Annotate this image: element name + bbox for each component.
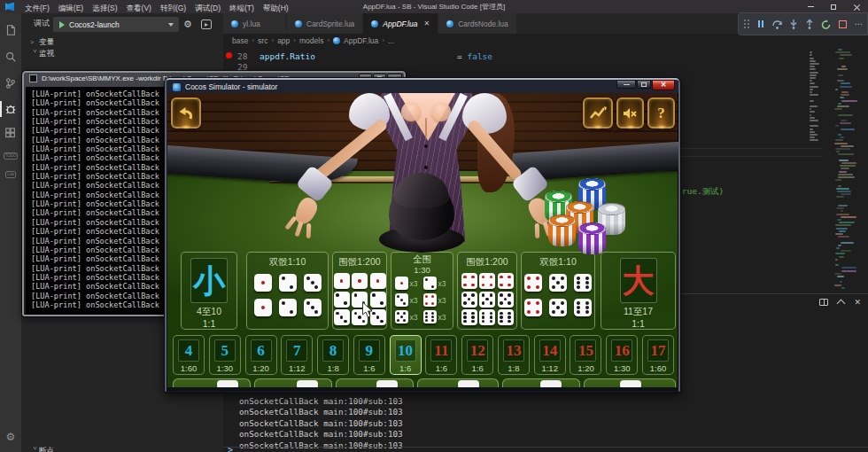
tab-close-icon[interactable]: ✕ bbox=[423, 19, 430, 27]
lua-ide-extension-icon[interactable]: Lua bbox=[4, 168, 18, 182]
bet-any-triple[interactable]: 全围1:30x3x3x3x3x3x3 bbox=[391, 252, 453, 330]
variables-section[interactable]: >变量 bbox=[21, 36, 223, 48]
window-close-button[interactable] bbox=[845, 0, 868, 13]
tab-AppDF.lua[interactable]: AppDF.lua✕ bbox=[363, 13, 438, 34]
bet-number-17[interactable]: 171:60 bbox=[642, 335, 674, 375]
menu-4[interactable]: 查看(V) bbox=[122, 4, 156, 12]
settings-gear-icon[interactable]: ⚙ bbox=[4, 430, 18, 444]
pause-button[interactable] bbox=[753, 15, 769, 33]
bet-triple-high[interactable]: 围骰1:200 bbox=[457, 252, 517, 330]
menu-5[interactable]: 转到(G) bbox=[156, 4, 190, 12]
breadcrumb-item[interactable]: AppDF.lua bbox=[344, 36, 378, 45]
search-icon[interactable] bbox=[4, 50, 18, 64]
bet-number-13[interactable]: 131:8 bbox=[498, 335, 530, 375]
bet-big[interactable]: 大11至171:1 bbox=[601, 252, 676, 330]
chip-stack-purple[interactable] bbox=[578, 222, 606, 260]
bet-small[interactable]: 小4至101:1 bbox=[181, 252, 237, 330]
bet-area-row3-3[interactable] bbox=[336, 378, 414, 387]
bet-area-row3-5[interactable] bbox=[502, 378, 580, 387]
bet-number-9[interactable]: 91:6 bbox=[353, 335, 385, 375]
bet-number-5[interactable]: 51:30 bbox=[209, 335, 241, 375]
vscode-logo-icon bbox=[5, 3, 14, 12]
stop-button[interactable] bbox=[834, 15, 850, 33]
step-into-button[interactable] bbox=[786, 15, 802, 33]
launch-config-dropdown[interactable]: Cocos2-launch bbox=[53, 17, 179, 32]
menu-6[interactable]: 调试(D) bbox=[190, 4, 225, 12]
restart-button[interactable] bbox=[818, 15, 834, 33]
bet-number-6[interactable]: 61:20 bbox=[245, 335, 277, 375]
bet-area-row3-1[interactable] bbox=[173, 378, 251, 387]
odds-label: 1:60 bbox=[643, 363, 673, 373]
toolbar-grip-icon[interactable] bbox=[744, 19, 749, 28]
source-control-icon[interactable] bbox=[4, 76, 18, 90]
bet-double-high[interactable]: 双骰1:10 bbox=[521, 252, 595, 330]
bet-number-7[interactable]: 71:12 bbox=[281, 335, 313, 375]
minimap-line bbox=[837, 68, 848, 70]
breadcrumb-item[interactable]: models bbox=[299, 36, 323, 45]
menu-8[interactable]: 帮助(H) bbox=[259, 4, 293, 12]
simulator-maximize-button[interactable] bbox=[637, 80, 651, 89]
back-button[interactable] bbox=[171, 97, 201, 129]
simulator-window[interactable]: Cocos Simulator - simulator ✕ bbox=[165, 78, 680, 393]
debug-console-prompt[interactable]: > bbox=[228, 445, 233, 452]
menu-2[interactable]: 编辑(E) bbox=[54, 4, 88, 12]
panel-layout-icon[interactable] bbox=[819, 299, 828, 306]
bet-triple-low[interactable]: 围骰1:200 bbox=[332, 252, 387, 330]
simulator-close-button[interactable]: ✕ bbox=[652, 80, 675, 90]
debug-icon[interactable] bbox=[4, 102, 18, 116]
help-button[interactable]: ? bbox=[647, 97, 675, 129]
step-over-button[interactable] bbox=[769, 15, 785, 33]
minimap-line bbox=[838, 176, 855, 178]
window-minimize-button[interactable] bbox=[799, 0, 822, 13]
breadcrumb[interactable]: base›src›app›models›AppDF.lua›... bbox=[223, 34, 868, 47]
editor-code-line-micro bbox=[810, 129, 813, 130]
minimap[interactable] bbox=[822, 49, 868, 293]
chip-stack-orange[interactable] bbox=[548, 214, 576, 252]
minimap-line bbox=[840, 165, 856, 167]
start-debug-icon[interactable] bbox=[59, 21, 65, 28]
panel-close-icon[interactable]: ✕ bbox=[854, 298, 861, 307]
minimap-line bbox=[836, 247, 840, 249]
bet-area-row3-6[interactable] bbox=[584, 378, 676, 387]
bet-number-14[interactable]: 141:12 bbox=[534, 335, 566, 375]
mute-button[interactable] bbox=[616, 97, 644, 129]
breadcrumb-item[interactable]: app bbox=[277, 36, 290, 45]
breakpoints-section[interactable]: >断点 bbox=[21, 445, 223, 452]
minimap-line bbox=[839, 256, 844, 258]
bet-number-8[interactable]: 81:8 bbox=[317, 335, 349, 375]
menu-1[interactable]: 文件(F) bbox=[20, 4, 54, 12]
step-out-button[interactable] bbox=[802, 15, 818, 33]
bet-number-10[interactable]: 101:6 bbox=[390, 335, 422, 375]
die-4 bbox=[524, 274, 542, 292]
toolbar-more-icon[interactable]: ⋯ bbox=[851, 15, 867, 33]
todo-extension-icon[interactable]: TODO bbox=[4, 149, 18, 163]
menu-3[interactable]: 选择(S) bbox=[88, 4, 121, 12]
breakpoint-dot[interactable] bbox=[226, 52, 232, 58]
bet-number-16[interactable]: 161:30 bbox=[606, 335, 638, 375]
tab-yl.lua[interactable]: yl.lua bbox=[223, 13, 287, 34]
watch-section[interactable]: >监视 bbox=[21, 48, 223, 59]
bet-number-11[interactable]: 111:6 bbox=[425, 335, 457, 375]
debug-configure-gear-icon[interactable]: ⚙ bbox=[183, 19, 192, 29]
die-3 bbox=[304, 299, 322, 316]
menu-7[interactable]: 终端(T) bbox=[225, 4, 259, 12]
panel-expand-icon[interactable] bbox=[837, 300, 846, 308]
bet-number-12[interactable]: 121:6 bbox=[461, 335, 493, 375]
bet-area-row3-2[interactable] bbox=[254, 378, 332, 387]
simulator-minimize-button[interactable] bbox=[616, 80, 636, 89]
extensions-icon[interactable] bbox=[4, 127, 18, 141]
breadcrumb-item[interactable]: ... bbox=[388, 36, 394, 45]
trend-button[interactable] bbox=[583, 97, 613, 129]
bet-number-4[interactable]: 41:60 bbox=[173, 335, 205, 375]
tab-CardSprite.lua[interactable]: CardSprite.lua bbox=[287, 13, 363, 34]
debug-console-toggle-icon[interactable] bbox=[201, 19, 212, 29]
bet-area-row3-4[interactable] bbox=[417, 378, 499, 387]
window-maximize-button[interactable] bbox=[822, 0, 845, 13]
tab-CardsNode.lua[interactable]: CardsNode.lua bbox=[438, 13, 517, 34]
bet-double-low[interactable]: 双骰1:10 bbox=[246, 252, 329, 330]
die-3 bbox=[334, 309, 350, 325]
bet-number-15[interactable]: 151:20 bbox=[570, 335, 601, 375]
breadcrumb-item[interactable]: src bbox=[258, 36, 267, 45]
explorer-icon[interactable] bbox=[4, 23, 18, 37]
breadcrumb-item[interactable]: base bbox=[232, 36, 248, 45]
